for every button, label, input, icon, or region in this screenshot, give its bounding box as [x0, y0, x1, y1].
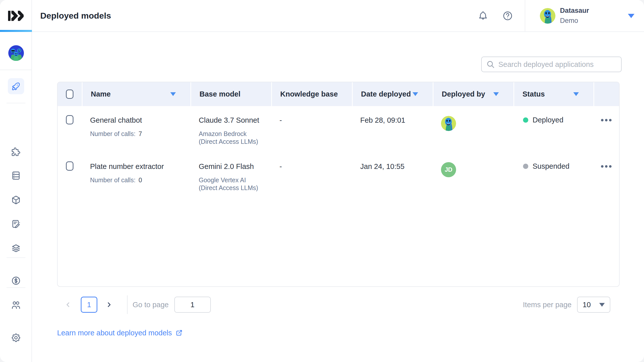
sort-icon[interactable] [170, 92, 176, 96]
help-icon[interactable] [502, 11, 513, 21]
date-deployed-cell: Jan 24, 10:55 [352, 152, 433, 199]
cube-icon [11, 195, 21, 205]
items-per-page-group: Items per page 10 [523, 297, 610, 313]
account-menu[interactable]: Datasaur Demo [525, 0, 644, 31]
go-to-page-label: Go to page [133, 301, 169, 309]
date-deployed-value: Feb 28, 09:01 [360, 116, 433, 124]
app-window: Deployed models [0, 0, 644, 362]
chevron-down-icon [599, 303, 605, 307]
status-cell: Suspended [513, 152, 593, 199]
page-title: Deployed models [40, 11, 111, 21]
sidebar-divider [7, 103, 25, 103]
row-checkbox-cell [58, 152, 82, 199]
deployed-by-cell: JD [433, 152, 513, 199]
next-page-icon[interactable] [105, 301, 113, 308]
actions-cell [593, 152, 619, 199]
puzzle-icon [11, 147, 21, 157]
learn-more-link[interactable]: Learn more about deployed models [57, 329, 183, 337]
base-model-cell: Claude 3.7 Sonnet Amazon Bedrock(Direct … [190, 106, 271, 152]
date-deployed-value: Jan 24, 10:55 [360, 162, 433, 171]
date-deployed-cell: Feb 28, 09:01 [352, 106, 433, 152]
base-model-name: Gemini 2.0 Flash [199, 162, 271, 171]
datasaur-logo-icon [8, 10, 24, 22]
workspace-avatar[interactable] [8, 45, 24, 61]
status-label: Deployed [533, 116, 564, 124]
pagination-divider [127, 295, 128, 314]
sidebar-item-workspaces[interactable] [11, 243, 21, 253]
search-icon [486, 60, 495, 69]
search-input[interactable] [498, 60, 617, 69]
knowledge-base-cell: - [271, 106, 352, 152]
header-base-model-label: Base model [199, 90, 240, 98]
row-checkbox[interactable] [66, 161, 73, 171]
row-checkbox[interactable] [66, 115, 73, 124]
datasaur-logo[interactable] [0, 0, 32, 31]
deployed-by-cell [433, 106, 513, 152]
header-status-label: Status [522, 90, 545, 98]
header-date-deployed[interactable]: Date deployed [352, 82, 433, 106]
actions-cell [593, 106, 619, 152]
header-name[interactable]: Name [82, 82, 190, 106]
billing-icon [11, 276, 21, 286]
header-select-all-cell [58, 82, 82, 106]
status-dot [523, 164, 528, 169]
header-status[interactable]: Status [513, 82, 593, 106]
deployed-by-avatar [441, 116, 456, 131]
header-knowledge-base-label: Knowledge base [280, 90, 338, 98]
calls-line: Number of calls:0 [90, 176, 190, 184]
account-caret-down-icon[interactable] [628, 14, 634, 18]
sidebar-item-billing[interactable] [11, 276, 21, 286]
document-edit-icon [11, 219, 21, 229]
header-knowledge-base: Knowledge base [271, 82, 352, 106]
items-per-page-select[interactable]: 10 [577, 297, 610, 313]
table-row[interactable]: General chatbot Number of calls:7 Claude… [58, 106, 619, 152]
name-cell: Plate number extractor Number of calls:0 [82, 152, 190, 199]
header-name-label: Name [91, 90, 111, 98]
go-to-page-input[interactable] [174, 297, 211, 313]
header-deployed-by-label: Deployed by [442, 90, 485, 98]
base-model-name: Claude 3.7 Sonnet [199, 116, 271, 124]
learn-more-label: Learn more about deployed models [57, 329, 172, 337]
sort-icon[interactable] [413, 92, 418, 96]
sidebar-item-deployed-models[interactable] [8, 78, 24, 94]
row-actions-menu-icon[interactable] [601, 165, 612, 168]
header-actions [593, 82, 619, 106]
sidebar-item-settings[interactable] [11, 333, 21, 343]
sidebar-item-labeling[interactable] [11, 219, 21, 229]
sidebar-item-datasets[interactable] [11, 170, 21, 181]
table-row[interactable]: Plate number extractor Number of calls:0… [58, 152, 619, 199]
model-name: Plate number extractor [90, 162, 190, 171]
sidebar-item-members[interactable] [11, 300, 21, 310]
page-number-button[interactable]: 1 [81, 297, 97, 313]
select-all-checkbox[interactable] [66, 89, 73, 99]
account-avatar [540, 8, 555, 24]
deployed-models-table: Name Base model Knowledge base Date depl… [57, 82, 620, 287]
sidebar-divider [7, 287, 25, 288]
base-model-cell: Gemini 2.0 Flash Google Vertex AI(Direct… [190, 152, 271, 199]
base-model-provider: Google Vertex AI(Direct Access LLMs) [199, 176, 271, 192]
header-date-deployed-label: Date deployed [361, 90, 411, 98]
header-base-model: Base model [190, 82, 271, 106]
top-bar: Deployed models [0, 0, 644, 32]
notifications-bell-icon[interactable] [478, 11, 488, 21]
row-actions-menu-icon[interactable] [601, 119, 612, 122]
sort-icon[interactable] [573, 92, 579, 96]
knowledge-base-value: - [279, 116, 352, 124]
sidebar-item-models[interactable] [11, 195, 21, 205]
calls-line: Number of calls:7 [90, 130, 190, 138]
sidebar-item-extensions[interactable] [11, 147, 21, 157]
account-name: Datasaur [560, 7, 589, 15]
calls-value: 7 [139, 130, 142, 137]
external-link-icon [175, 329, 183, 337]
sidebar-accent-bar [0, 30, 32, 32]
previous-page-icon[interactable] [64, 301, 72, 308]
layers-icon [11, 243, 21, 253]
status-cell: Deployed [513, 106, 593, 152]
topbar-icon-group [478, 11, 525, 21]
items-per-page-value: 10 [583, 301, 591, 309]
header-deployed-by[interactable]: Deployed by [433, 82, 513, 106]
sort-icon[interactable] [493, 92, 499, 96]
base-model-provider: Amazon Bedrock(Direct Access LLMs) [199, 130, 271, 146]
status-label: Suspended [533, 162, 570, 170]
knowledge-base-cell: - [271, 152, 352, 199]
